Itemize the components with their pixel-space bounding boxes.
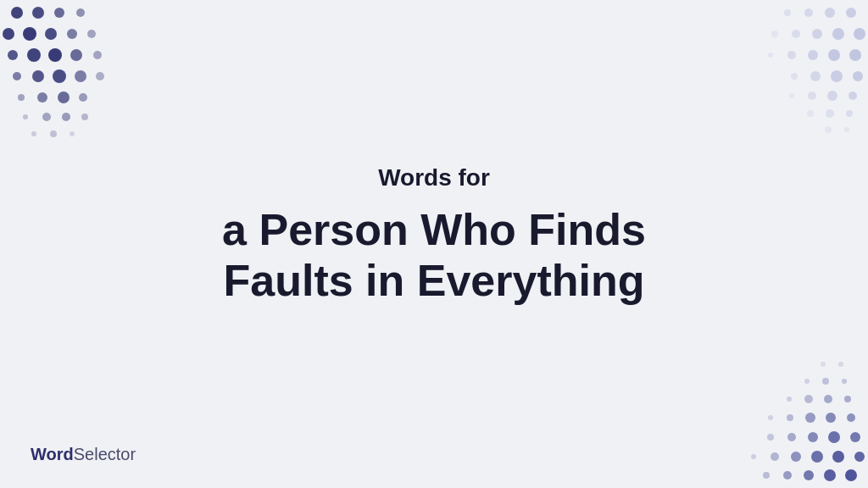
- svg-point-70: [808, 432, 818, 442]
- svg-point-59: [804, 470, 814, 480]
- svg-point-54: [807, 110, 814, 117]
- svg-point-32: [804, 8, 813, 17]
- svg-point-19: [18, 94, 25, 101]
- svg-point-1: [32, 7, 44, 19]
- svg-point-35: [832, 28, 844, 40]
- svg-point-80: [804, 395, 813, 403]
- svg-point-57: [845, 469, 857, 481]
- svg-point-47: [791, 73, 798, 80]
- svg-point-24: [42, 113, 51, 121]
- svg-point-69: [828, 431, 840, 443]
- svg-point-29: [70, 131, 75, 136]
- svg-point-79: [824, 395, 832, 403]
- svg-point-53: [826, 109, 834, 118]
- svg-point-63: [832, 451, 844, 463]
- svg-point-85: [838, 362, 843, 367]
- svg-point-43: [768, 53, 773, 58]
- svg-point-48: [849, 92, 857, 100]
- svg-point-41: [808, 50, 818, 60]
- svg-point-12: [70, 49, 82, 61]
- svg-point-73: [847, 413, 855, 422]
- logo-selector: Selector: [74, 445, 136, 463]
- svg-point-60: [783, 471, 792, 480]
- svg-point-38: [771, 30, 778, 37]
- svg-point-14: [13, 72, 21, 80]
- svg-point-31: [825, 8, 835, 18]
- svg-point-18: [96, 72, 104, 80]
- svg-point-36: [812, 29, 822, 39]
- svg-point-25: [62, 113, 70, 121]
- decoration-dots-topleft: [0, 0, 153, 169]
- main-title-line1: a Person Who Finds: [222, 205, 646, 254]
- svg-point-67: [751, 454, 756, 459]
- svg-point-13: [93, 51, 102, 59]
- svg-point-77: [768, 415, 773, 420]
- page-container: Words for a Person Who Finds Faults in E…: [0, 0, 868, 488]
- svg-point-46: [810, 71, 821, 81]
- svg-point-78: [844, 396, 851, 402]
- decoration-dots-bottomright: [682, 336, 868, 488]
- svg-point-3: [76, 8, 85, 17]
- svg-point-23: [23, 114, 28, 119]
- svg-point-2: [54, 8, 64, 18]
- svg-point-68: [850, 432, 860, 442]
- svg-point-21: [58, 92, 70, 103]
- svg-point-66: [771, 452, 779, 461]
- svg-point-30: [846, 8, 856, 18]
- svg-point-64: [811, 451, 823, 463]
- svg-point-4: [3, 28, 14, 40]
- svg-point-37: [792, 30, 800, 38]
- svg-point-84: [804, 379, 810, 384]
- svg-point-50: [808, 92, 816, 100]
- svg-point-15: [32, 70, 44, 82]
- svg-point-61: [763, 472, 770, 479]
- svg-point-27: [31, 131, 36, 136]
- svg-point-62: [854, 452, 865, 462]
- logo-word: Word: [31, 445, 74, 463]
- svg-point-42: [787, 51, 796, 59]
- svg-point-7: [67, 29, 77, 39]
- svg-point-52: [846, 110, 853, 117]
- svg-point-49: [827, 91, 837, 101]
- svg-point-56: [825, 126, 832, 133]
- svg-point-65: [791, 452, 801, 462]
- svg-point-83: [822, 378, 829, 385]
- svg-point-5: [23, 27, 36, 41]
- svg-point-8: [87, 30, 96, 38]
- svg-point-81: [787, 396, 792, 402]
- svg-point-26: [81, 114, 88, 120]
- svg-point-9: [8, 50, 18, 60]
- svg-point-51: [789, 93, 794, 98]
- decoration-dots-topright: [698, 0, 868, 186]
- svg-point-22: [79, 93, 87, 102]
- svg-point-17: [75, 70, 86, 82]
- svg-point-45: [831, 70, 843, 82]
- svg-point-34: [854, 28, 865, 40]
- svg-point-40: [828, 49, 840, 61]
- svg-point-6: [45, 28, 57, 40]
- svg-point-28: [50, 130, 57, 137]
- svg-point-58: [824, 469, 836, 481]
- svg-point-10: [27, 48, 41, 62]
- svg-point-75: [805, 413, 815, 423]
- main-content: Words for a Person Who Finds Faults in E…: [222, 164, 646, 307]
- main-title: a Person Who Finds Faults in Everything: [222, 205, 646, 307]
- svg-point-44: [853, 71, 863, 81]
- svg-point-71: [787, 433, 796, 441]
- svg-point-74: [826, 413, 836, 423]
- svg-point-86: [821, 362, 826, 367]
- svg-point-82: [842, 379, 847, 384]
- main-title-line2: Faults in Everything: [224, 256, 645, 305]
- svg-point-72: [767, 434, 774, 441]
- svg-point-0: [11, 7, 23, 19]
- svg-point-55: [844, 127, 849, 132]
- svg-point-76: [787, 414, 793, 421]
- svg-point-39: [849, 49, 861, 61]
- svg-point-20: [37, 92, 47, 103]
- logo: WordSelector: [31, 445, 136, 464]
- svg-point-11: [48, 48, 62, 62]
- svg-point-16: [53, 69, 66, 83]
- subtitle-text: Words for: [222, 164, 646, 191]
- svg-point-33: [784, 9, 791, 16]
